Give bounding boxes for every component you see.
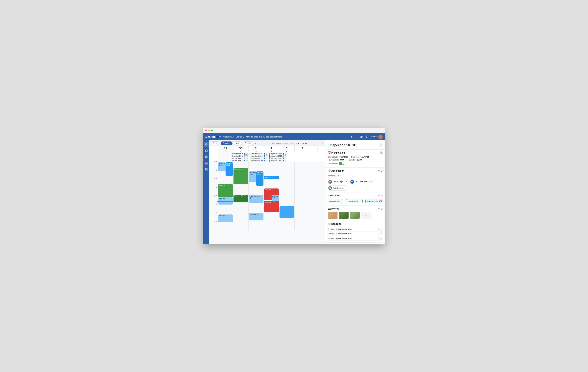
event-inspection-102-3[interactable]: Inspection 102.3 (218, 214, 233, 222)
allday-cell-m1: Inspection 103.1A 👤📋 Inspection 103.1B 🔒… (269, 152, 288, 162)
remove-paul-button[interactable]: ✕ (369, 181, 371, 183)
photos-expand-icon[interactable]: ⊕ (378, 207, 380, 210)
event-label: Inspection 101.12 (232, 160, 243, 161)
user-avatar[interactable]: V (378, 135, 383, 139)
event-inspection-101-1[interactable]: Inspection 101.1 (218, 184, 233, 197)
remove-icon[interactable]: ⊖ (381, 170, 383, 172)
list-item[interactable]: Inspection 103.1B 🔒📋 (269, 155, 287, 157)
sidebar-item-calendar[interactable]: 📅 (204, 148, 209, 153)
panel-title: Inspection 103.1B (330, 143, 377, 147)
assign-agent-input[interactable] (328, 174, 383, 178)
day-header-s4: 4S (310, 146, 325, 152)
event-inspection-101-2[interactable]: Inspection 101.2 👤 (233, 168, 248, 184)
nav-next-button[interactable]: › (321, 142, 324, 144)
app-logo: Daxium AI ··· (205, 135, 220, 138)
event-inspection-102-1[interactable]: Inspection 102.1 (218, 162, 226, 171)
download-icon[interactable]: ⬇ (350, 135, 352, 138)
relation-box-103[interactable]: Inspection 103 ✓ (328, 199, 343, 203)
fixer-toggle[interactable] (339, 162, 344, 165)
rapport-download-icon-3[interactable]: ⬇📄 (378, 237, 383, 240)
event-inspection-101-4[interactable]: Inspection 101.4 👤 (256, 171, 264, 186)
photo-thumb-3[interactable] (350, 212, 360, 219)
list-item[interactable]: Inspection 103.1A 👤📋 (269, 153, 287, 155)
event-label: Inspection 103.1 (226, 163, 232, 166)
event-label: Inspection 101.11 (232, 158, 243, 159)
list-item[interactable]: Inspection 101.12 👤📋 (231, 159, 249, 162)
list-item[interactable]: Inspection 102.9B 👤📋 (250, 153, 268, 155)
relations-expand-icon[interactable]: ⊕ (378, 194, 380, 197)
minimize-button[interactable] (208, 129, 210, 131)
event-label: Inspection 102.9B (251, 153, 262, 155)
event-inspection-104-2[interactable]: Inspection 104.2 👤 (264, 201, 279, 212)
event-inspection-103[interactable]: Inspection 103 (264, 176, 279, 179)
view-btn-semaines[interactable]: Semaines (220, 141, 232, 145)
doc-icon: 📋 (284, 155, 286, 157)
time-grid: 08:00 09:00 10:00 11:00 12:00 (209, 162, 325, 230)
expand-icon[interactable]: ⊕ (378, 170, 380, 172)
rapport-download-icon-2[interactable]: ⬇📄 (378, 232, 383, 235)
photos-remove-icon[interactable]: ⊖ (381, 207, 383, 210)
day-header-m31: 31M (249, 146, 264, 152)
time-slot-13: 13:00 (209, 205, 218, 213)
person-icon: 👤 (250, 197, 262, 199)
person-icon: 👤 (283, 153, 284, 155)
event-inspection-j2[interactable] (280, 206, 294, 218)
date-fin-label: Date fin : (351, 156, 359, 158)
list-item[interactable]: Inspection 101.09 👤📋 (231, 153, 249, 155)
sidebar-item-grid[interactable]: ⊞ (204, 142, 209, 147)
list-item[interactable]: Inspection 10211A 👤📋 (250, 159, 268, 162)
view-btn-mois[interactable]: Mois (234, 141, 242, 145)
doc-icon: 📋 (265, 158, 267, 159)
current-time-dot (217, 201, 219, 202)
planification-section: 📅 Planification 📆 Date début : 30/05/202… (326, 149, 385, 168)
list-item[interactable]: Inspection 101.10 👤📋 (231, 155, 249, 157)
event-inspection-102-2[interactable]: Inspection 102.2 (218, 197, 233, 204)
sidebar-item-add-calendar[interactable]: 📆 (204, 160, 209, 166)
view-btn-jours[interactable]: Jours (211, 141, 220, 145)
allday-cell-s4 (313, 152, 325, 162)
relation-label: Inspection 103 (329, 200, 340, 202)
dates-row: Date début : 30/05/2022 Date fin : 30/05… (328, 156, 383, 158)
comment-icon[interactable]: 💬 (360, 135, 363, 138)
rapport-row-3: Secteur 1A - Document 103C ⬇📄 (328, 236, 383, 241)
panel-close-button[interactable]: × (379, 143, 383, 147)
logo-badge: AI (216, 136, 219, 138)
sidebar-item-sync[interactable]: 🔄 (204, 167, 209, 172)
doc-icon: 📋 (265, 153, 267, 155)
maximize-button[interactable] (211, 129, 213, 131)
list-item[interactable]: Inspection 102.10 👤📋 (250, 155, 268, 157)
date-fin-value: 30/05/2022 (359, 156, 369, 158)
photo-thumb-1[interactable] (328, 212, 338, 219)
event-inspection-101-3[interactable]: Inspection 101.3 (233, 195, 248, 202)
list-item[interactable]: Inspection 103.1C 👤📋 (269, 157, 287, 159)
relation-box-103-1[interactable]: Inspection 103.1 ✓ (346, 199, 363, 203)
add-photo-button[interactable]: + (361, 212, 371, 219)
time-label-12: 12:00 (214, 195, 217, 197)
settings-icon[interactable]: ⚙ (365, 135, 368, 138)
event-inspection-103-1[interactable]: Inspection 103.1 (226, 162, 233, 176)
view-btn-timeline[interactable]: Timeline (242, 141, 253, 145)
calendar-grid-icon[interactable]: 📆 (380, 151, 383, 154)
sidebar-item-clock[interactable]: 🕐 (204, 154, 209, 159)
upload-icon[interactable]: ⬆ (355, 135, 357, 138)
list-item[interactable]: Inspection 102.11 👤📋 (250, 157, 268, 159)
nav-prev-button[interactable]: ‹ (254, 142, 257, 144)
event-inspection-102-5[interactable]: Inspection 102.5 👤 (249, 195, 263, 203)
photos-title-group: 📷 Photos (328, 207, 339, 210)
event-inspection-102-4[interactable]: Inspection 102.4 (249, 171, 256, 182)
file-icon: 📄 (328, 223, 331, 225)
list-item[interactable]: Inspection 101.11 👤📋 (231, 157, 249, 159)
list-item[interactable]: Inspection 103.1D 👤📋 (269, 159, 287, 162)
event-inspection-102-7[interactable]: Inspection 102.7 (249, 213, 263, 221)
relations-remove-icon[interactable]: ⊖ (381, 194, 383, 197)
remove-felix-button[interactable]: ✕ (345, 187, 346, 189)
photo-thumb-2[interactable] (339, 212, 349, 219)
user-info: VIP User V (370, 135, 383, 139)
rapport-download-icon-1[interactable]: ⬇📄 (378, 228, 383, 231)
close-button[interactable] (205, 129, 207, 131)
time-label-08: 08:00 (214, 161, 217, 163)
person-icon: 👤 (244, 158, 246, 159)
relation-box-103-1b[interactable]: Inspection 103.1B 📅 (366, 199, 383, 203)
time-label-15: 15:00 (214, 221, 217, 222)
remove-camille-button[interactable]: ✕ (345, 181, 347, 183)
